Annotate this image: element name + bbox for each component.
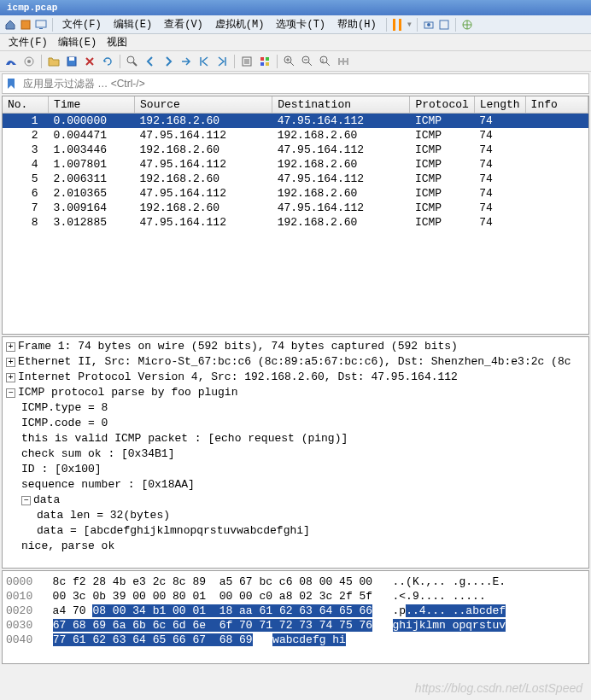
separator (386, 18, 387, 32)
autoscroll-icon[interactable] (239, 54, 255, 69)
column-header[interactable]: No. (3, 96, 49, 114)
zoom-reset-icon[interactable]: 1 (318, 54, 333, 69)
collapse-icon[interactable]: − (6, 388, 15, 398)
svg-rect-16 (266, 62, 269, 66)
goto-icon[interactable] (178, 54, 194, 69)
separator (277, 55, 278, 68)
vm-menubar: 文件(F) 编辑(E) 查看(V) 虚拟机(M) 选项卡(T) 帮助(H) ▾ (0, 15, 591, 34)
icmp-seq[interactable]: sequence number : [0x18AA] (21, 478, 195, 491)
svg-rect-0 (21, 20, 30, 29)
svg-rect-1 (36, 20, 46, 27)
fullscreen-icon[interactable] (437, 18, 451, 32)
packet-row[interactable]: 20.00447147.95.164.112192.168.2.60ICMP74 (3, 128, 588, 143)
find-icon[interactable] (125, 54, 140, 69)
icmp-checksum[interactable]: check sum ok : [0x34B1] (21, 447, 174, 460)
packet-detail-pane[interactable]: +Frame 1: 74 bytes on wire (592 bits), 7… (2, 336, 589, 569)
hex-row[interactable]: 0020 a4 70 08 00 34 b1 00 01 18 aa 61 62… (6, 604, 585, 618)
separator (455, 18, 456, 32)
close-icon[interactable] (82, 54, 97, 69)
vm-menu-tabs[interactable]: 选项卡(T) (271, 15, 331, 33)
last-icon[interactable] (214, 54, 230, 69)
packet-row[interactable]: 31.003446192.168.2.6047.95.164.112ICMP74 (3, 143, 588, 157)
packet-row[interactable]: 73.009164192.168.2.6047.95.164.112ICMP74 (3, 201, 588, 215)
svg-rect-5 (440, 20, 448, 29)
packet-row[interactable]: 52.006311192.168.2.6047.95.164.112ICMP74 (3, 172, 588, 186)
svg-rect-13 (260, 57, 264, 61)
ws-menu-edit[interactable]: 编辑(E) (53, 33, 102, 51)
svg-text:1: 1 (321, 58, 325, 64)
display-filter-input[interactable] (20, 76, 588, 91)
column-header[interactable]: Source (135, 96, 272, 114)
monitor-icon[interactable] (34, 18, 48, 32)
column-header[interactable]: Destination (272, 96, 410, 114)
home-icon[interactable] (3, 18, 17, 32)
hex-row[interactable]: 0000 8c f2 28 4b e3 2c 8c 89 a5 67 bc c6… (6, 575, 585, 589)
icmp-id[interactable]: ID : [0x100] (21, 463, 102, 475)
reload-icon[interactable] (100, 54, 115, 69)
packet-list-pane[interactable]: No.TimeSourceDestinationProtocolLengthIn… (2, 96, 589, 335)
svg-point-11 (127, 56, 134, 63)
icmp-data-val[interactable]: data = [abcdefghijklmnopqrstuvwabcdefghi… (37, 524, 310, 537)
hex-row[interactable]: 0030 67 68 69 6a 6b 6c 6d 6e 6f 70 71 72… (6, 618, 585, 633)
column-header[interactable]: Protocol (410, 96, 474, 114)
icmp-data-len[interactable]: data len = 32(bytes) (37, 509, 170, 522)
svg-rect-10 (69, 57, 74, 61)
hex-row[interactable]: 0040 77 61 62 63 64 65 66 67 68 69 wabcd… (6, 633, 585, 647)
ethernet-summary[interactable]: Ethernet II, Src: Micro-St_67:bc:c6 (8c:… (18, 355, 571, 368)
wireshark-menubar: 文件(F) 编辑(E) 视图 (0, 34, 591, 51)
zoom-out-icon[interactable] (300, 54, 315, 69)
icmp-code[interactable]: ICMP.code = 0 (21, 417, 108, 429)
open-icon[interactable] (46, 54, 61, 69)
svg-rect-15 (260, 62, 264, 66)
next-icon[interactable] (161, 54, 176, 69)
options-icon[interactable] (21, 54, 37, 69)
icmp-data-hdr[interactable]: data (33, 493, 60, 506)
vm-menu-edit[interactable]: 编辑(E) (108, 15, 158, 33)
separator (417, 18, 418, 32)
expand-icon[interactable]: + (6, 373, 15, 382)
prev-icon[interactable] (143, 54, 158, 69)
unity-icon[interactable] (460, 18, 474, 32)
pause-indicator-icon (393, 19, 395, 31)
expand-icon[interactable]: + (6, 358, 15, 367)
snapshot-icon[interactable] (422, 18, 436, 32)
ws-menu-file[interactable]: 文件(F) (3, 33, 53, 51)
vm-menu-help[interactable]: 帮助(H) (332, 15, 382, 33)
colorize-icon[interactable] (257, 54, 272, 69)
separator (234, 55, 235, 68)
packet-row[interactable]: 83.01288547.95.164.112192.168.2.60ICMP74 (3, 215, 588, 230)
packet-row[interactable]: 41.00780147.95.164.112192.168.2.60ICMP74 (3, 157, 588, 172)
resize-cols-icon[interactable] (336, 54, 351, 69)
vm-menu-vm[interactable]: 虚拟机(M) (210, 15, 270, 33)
column-header[interactable]: Time (49, 96, 135, 114)
separator (41, 55, 42, 68)
bookmark-icon[interactable] (3, 78, 20, 90)
power-icon[interactable] (19, 18, 32, 32)
svg-rect-2 (39, 28, 43, 29)
ip-summary[interactable]: Internet Protocol Version 4, Src: 192.16… (18, 370, 458, 383)
hex-row[interactable]: 0010 00 3c 0b 39 00 00 80 01 00 00 c0 a8… (6, 589, 585, 604)
icmp-nice[interactable]: nice, parse ok (21, 540, 114, 552)
vm-menu-file[interactable]: 文件(F) (57, 15, 107, 33)
vm-titlebar: icmp.pcap (0, 0, 591, 15)
zoom-in-icon[interactable] (282, 54, 297, 69)
packet-bytes-pane[interactable]: 0000 8c f2 28 4b e3 2c 8c 89 a5 67 bc c6… (2, 570, 589, 664)
first-icon[interactable] (196, 54, 212, 69)
wireshark-toolbar: 1 (0, 51, 591, 72)
collapse-icon[interactable]: − (21, 496, 31, 505)
svg-rect-14 (266, 57, 269, 61)
column-header[interactable]: Info (525, 96, 588, 114)
expand-icon[interactable]: + (6, 342, 15, 352)
pause-indicator-icon (399, 19, 401, 31)
frame-summary[interactable]: Frame 1: 74 bytes on wire (592 bits), 74… (18, 340, 458, 353)
shark-fin-icon[interactable] (3, 54, 19, 69)
icmp-summary[interactable]: ICMP protocol parse by foo plugin (18, 386, 237, 399)
packet-row[interactable]: 10.000000192.168.2.6047.95.164.112ICMP74 (3, 114, 588, 129)
column-header[interactable]: Length (474, 96, 525, 114)
icmp-valid[interactable]: this is valid ICMP packet : [echo reques… (21, 432, 348, 445)
vm-menu-view[interactable]: 查看(V) (159, 15, 208, 33)
ws-menu-view[interactable]: 视图 (102, 33, 132, 51)
save-icon[interactable] (64, 54, 79, 69)
packet-row[interactable]: 62.01036547.95.164.112192.168.2.60ICMP74 (3, 186, 588, 201)
icmp-type[interactable]: ICMP.type = 8 (21, 401, 108, 414)
